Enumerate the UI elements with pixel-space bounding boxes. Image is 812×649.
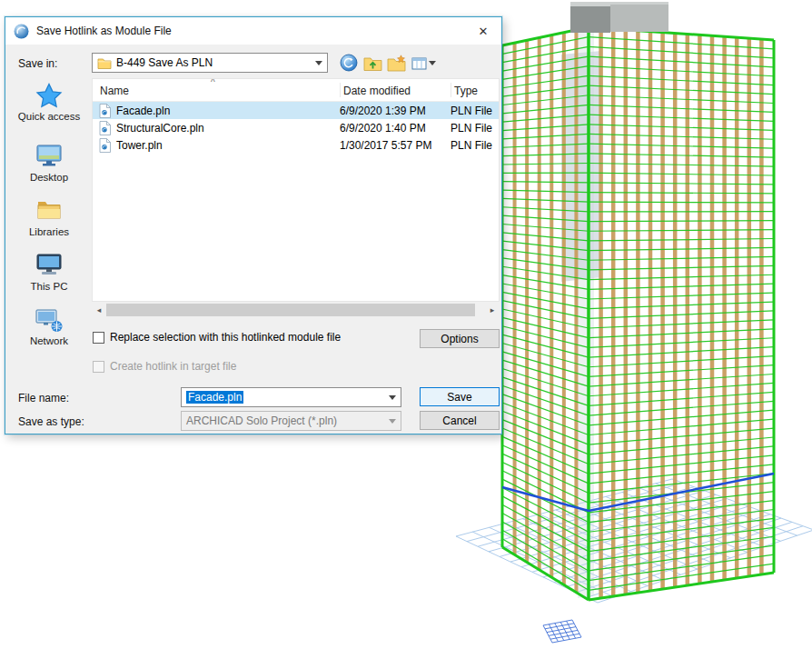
place-label: Desktop [30,172,68,183]
star-icon [35,83,63,108]
file-type-cell: PLN File [451,122,499,135]
file-date-cell: 1/30/2017 5:57 PM [340,139,451,152]
list-header: ^ Name Date modified Type [93,79,499,102]
libraries-icon [35,197,64,224]
checkbox-box[interactable] [93,332,104,344]
save-in-value: B-449 Save As PLN [116,56,213,69]
sidebar-item-network[interactable]: Network [9,306,89,346]
file-name-cell: StructuralCore.pln [93,121,340,135]
chevron-down-icon [389,419,396,424]
save-button[interactable]: Save [420,387,500,406]
sidebar-item-desktop[interactable]: Desktop [9,143,89,183]
column-header-type[interactable]: Type [454,85,478,97]
file-list: ^ Name Date modified Type Facade.pln 6/9… [92,78,500,302]
scrollbar-thumb[interactable] [106,304,475,316]
replace-selection-checkbox[interactable]: Replace selection with this hotlinked mo… [93,331,341,344]
save-as-type-value: ARCHICAD Solo Project (*.pln) [186,414,337,427]
file-name-text: Tower.pln [116,139,163,152]
scroll-right-icon[interactable]: ▸ [485,305,500,315]
new-folder-button[interactable] [385,53,407,73]
place-label: Network [30,335,68,346]
save-hotlink-dialog: Save Hotlink as Module File ✕ Save in: B… [5,16,502,434]
file-name-value: Facade.pln [186,391,243,404]
save-in-label: Save in: [18,57,57,70]
file-name-cell: Tower.pln [93,138,340,153]
computer-icon [35,252,64,278]
chevron-down-icon[interactable] [315,61,322,65]
file-date-cell: 6/9/2020 1:39 PM [340,105,451,117]
sort-ascending-icon: ^ [211,78,215,87]
place-label: This PC [31,281,68,292]
place-label: Quick access [18,111,80,122]
new-folder-icon [387,55,406,72]
view-menu-icon [411,56,427,70]
pln-file-icon [99,104,111,118]
archicad-dialog-icon [14,24,29,39]
column-header-name[interactable]: Name [100,85,129,97]
file-row-facade[interactable]: Facade.pln 6/9/2020 1:39 PM PLN File [93,102,499,119]
cancel-button[interactable]: Cancel [420,411,500,430]
file-type-cell: PLN File [451,105,499,117]
dialog-title: Save Hotlink as Module File [36,25,172,37]
save-as-type-label: Save as type: [18,415,84,428]
create-hotlink-checkbox: Create hotlink in target file [93,360,236,373]
file-name-label: File name: [18,392,69,404]
file-date-cell: 6/9/2020 1:40 PM [340,122,451,135]
file-row-structuralcore[interactable]: StructuralCore.pln 6/9/2020 1:40 PM PLN … [93,119,499,136]
pln-file-icon [99,121,111,135]
scroll-left-icon[interactable]: ◂ [92,305,106,315]
file-name-text: Facade.pln [116,105,170,117]
pln-file-icon [99,138,111,153]
options-button[interactable]: Options [420,329,500,348]
up-folder-icon [363,55,382,72]
dialog-titlebar: Save Hotlink as Module File [5,17,501,45]
checkbox-label: Create hotlink in target file [110,360,236,373]
back-globe-icon [340,54,358,72]
file-row-tower[interactable]: Tower.pln 1/30/2017 5:57 PM PLN File [93,136,499,154]
checkbox-label: Replace selection with this hotlinked mo… [110,331,341,344]
save-as-type-combobox: ARCHICAD Solo Project (*.pln) [181,411,401,431]
folder-icon [97,57,112,69]
checkbox-box [93,361,104,373]
file-name-cell: Facade.pln [93,104,340,118]
column-separator [451,83,451,97]
place-label: Libraries [29,226,69,237]
desktop-icon [35,143,64,169]
network-icon [35,306,64,333]
column-header-date-modified[interactable]: Date modified [343,85,411,97]
file-name-input[interactable]: Facade.pln [181,387,401,407]
file-name-text: StructuralCore.pln [116,122,204,135]
view-menu-button[interactable] [409,53,438,73]
file-type-cell: PLN File [451,139,499,152]
sidebar-item-quick-access[interactable]: Quick access [9,83,89,122]
chevron-down-icon[interactable] [389,395,396,400]
back-button[interactable] [338,53,360,73]
chevron-down-icon [429,61,436,65]
horizontal-scrollbar[interactable]: ◂ ▸ [92,304,500,316]
close-icon[interactable]: ✕ [465,17,501,45]
up-one-level-button[interactable] [361,53,383,73]
sidebar-item-this-pc[interactable]: This PC [9,252,89,292]
sidebar-item-libraries[interactable]: Libraries [9,197,89,237]
save-in-combobox[interactable]: B-449 Save As PLN [92,53,328,73]
column-separator [340,83,341,97]
